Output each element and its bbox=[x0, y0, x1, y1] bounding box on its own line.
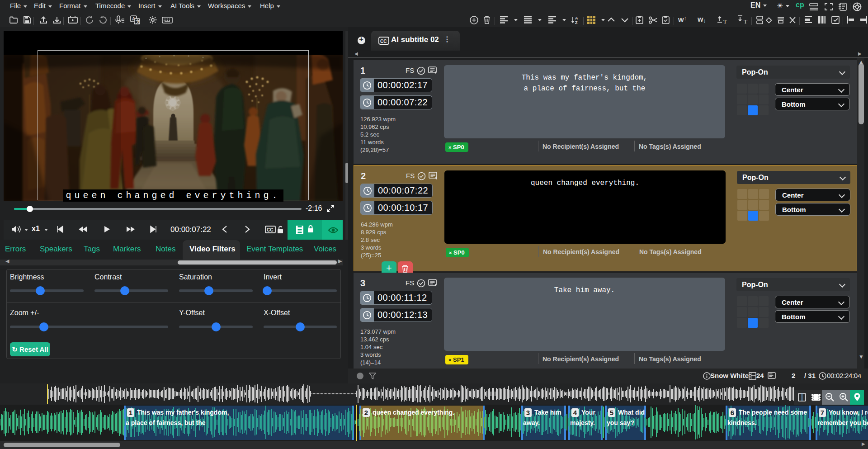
svg-text:CC: CC bbox=[267, 227, 273, 232]
svg-text:T: T bbox=[723, 18, 727, 24]
svg-text:Z: Z bbox=[575, 20, 578, 24]
svg-text:A: A bbox=[575, 16, 578, 20]
svg-text:CC: CC bbox=[380, 39, 387, 44]
svg-text:文: 文 bbox=[135, 19, 140, 24]
svg-text:T: T bbox=[744, 18, 747, 24]
